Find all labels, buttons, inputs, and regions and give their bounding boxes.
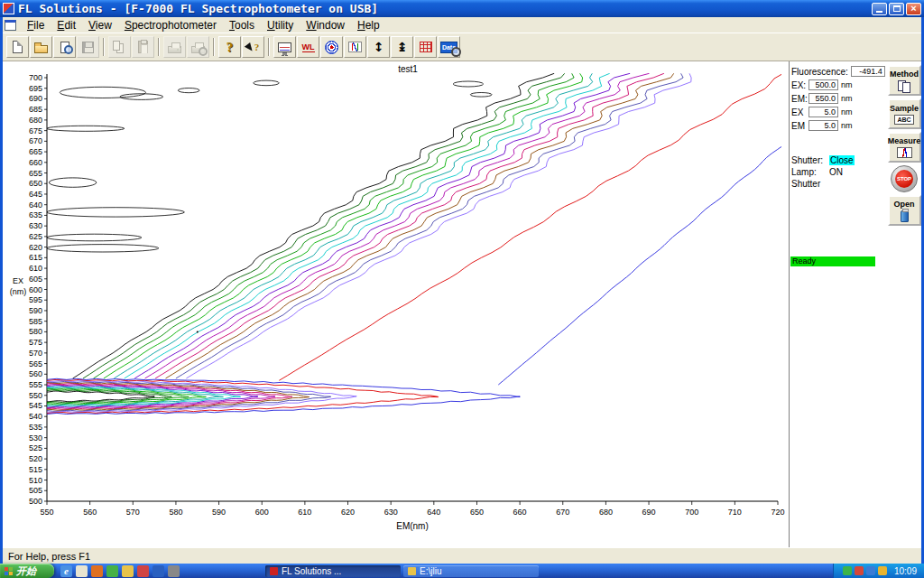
window-title: FL Solutions - [F-7000 FL Spectrophotome…: [18, 2, 872, 15]
menu-help[interactable]: Help: [351, 18, 386, 33]
minimize-icon: [876, 11, 882, 13]
taskbar-task-0[interactable]: FL Solutions ...: [265, 565, 401, 577]
windows-flag-icon: [5, 567, 8, 571]
scale-expand-button[interactable]: ↕: [367, 36, 390, 58]
sample-icon: ABC: [894, 115, 913, 125]
client-area: 5005055105155205255305355405455505555605…: [3, 61, 921, 547]
auto-scale-icon: ↨: [397, 40, 408, 54]
em-wavelength-unit: nm: [841, 94, 853, 103]
internet-explorer-icon[interactable]: e: [60, 565, 72, 577]
monitor-icon: [278, 42, 291, 52]
document-system-icon[interactable]: [5, 20, 16, 31]
ready-status-bar: Ready: [790, 256, 875, 266]
save-button: [77, 36, 99, 58]
media-player-icon[interactable]: [91, 565, 103, 577]
new-file-button[interactable]: [6, 36, 29, 58]
auto-scale-button[interactable]: ↨: [391, 36, 413, 58]
tray-antivirus-icon[interactable]: [843, 566, 852, 575]
lamp-label: Lamp:: [791, 166, 829, 178]
paste-icon: [138, 41, 148, 53]
print-icon: [168, 46, 181, 53]
menu-view[interactable]: View: [82, 18, 118, 33]
minimize-button[interactable]: [872, 3, 887, 15]
svg-text:660: 660: [29, 158, 42, 167]
wavelength-button[interactable]: WL: [297, 36, 319, 58]
svg-text:600: 600: [29, 285, 42, 294]
em-slit-value[interactable]: 5.0: [808, 120, 838, 131]
shutter-toggle-label[interactable]: Shutter: [791, 179, 820, 189]
peak-detect-button[interactable]: [344, 36, 366, 58]
monitor-button[interactable]: [273, 36, 296, 58]
system-tool-icon[interactable]: [168, 565, 180, 577]
folder-shortcut-icon[interactable]: [122, 565, 134, 577]
close-button[interactable]: ×: [906, 3, 921, 15]
svg-text:590: 590: [212, 508, 226, 517]
mail-icon[interactable]: [137, 565, 149, 577]
svg-text:650: 650: [470, 508, 484, 517]
ex-wavelength-value[interactable]: 500.0: [808, 79, 838, 90]
svg-text:700: 700: [685, 508, 698, 517]
open-file-button[interactable]: [30, 36, 52, 58]
svg-text:650: 650: [29, 179, 42, 188]
print-preview-icon: [191, 46, 205, 53]
browser-2-icon[interactable]: [152, 565, 164, 577]
taskbar: 开始 e FL Solutions ...E:\jliu 10:09: [0, 564, 924, 578]
show-desktop-icon[interactable]: [76, 565, 88, 577]
measure-button-label: Measure: [888, 136, 921, 145]
data-processing-button[interactable]: Data: [438, 36, 460, 58]
sample-button[interactable]: SampleABC: [888, 98, 921, 129]
svg-text:680: 680: [29, 116, 42, 125]
tray-network-icon[interactable]: [878, 566, 887, 575]
open-data-file-button[interactable]: [53, 36, 76, 58]
menu-file[interactable]: File: [21, 18, 51, 33]
help-icon: ?: [226, 40, 234, 55]
svg-text:660: 660: [513, 508, 527, 517]
open-data-file-icon: [60, 42, 69, 53]
taskbar-task-label-0: FL Solutions ...: [282, 566, 341, 576]
sample-button-label: Sample: [890, 104, 919, 113]
open-button[interactable]: Open: [888, 195, 921, 226]
tray-volume-icon[interactable]: [866, 566, 875, 575]
ex-wavelength-label: EX:: [791, 80, 808, 90]
messenger-icon[interactable]: [106, 565, 118, 577]
taskbar-task-1[interactable]: E:\jliu: [403, 565, 539, 577]
stop-button-face: STOP: [895, 170, 913, 188]
toolbar-separator: [158, 38, 160, 56]
svg-text:565: 565: [29, 359, 42, 368]
grid-toggle-button[interactable]: [414, 36, 437, 58]
svg-text:570: 570: [126, 508, 140, 517]
taskbar-task-label-1: E:\jliu: [420, 566, 441, 576]
svg-text:670: 670: [29, 136, 42, 145]
svg-text:600: 600: [255, 508, 269, 517]
menu-utility[interactable]: Utility: [261, 18, 300, 33]
zero-adjust-button[interactable]: [320, 36, 343, 58]
menu-tools[interactable]: Tools: [223, 18, 261, 33]
ex-slit-value[interactable]: 5.0: [808, 107, 838, 117]
maximize-icon: [893, 5, 901, 12]
context-help-button[interactable]: ?: [242, 36, 264, 58]
tray-updates-icon[interactable]: [855, 566, 864, 575]
svg-text:520: 520: [29, 454, 42, 463]
svg-text:690: 690: [642, 508, 656, 517]
svg-text:570: 570: [29, 349, 42, 358]
print-button: [163, 36, 186, 58]
em-wavelength-label: EM:: [791, 94, 808, 104]
svg-text:535: 535: [29, 423, 42, 432]
menu-edit[interactable]: Edit: [51, 18, 82, 33]
maximize-button[interactable]: [889, 3, 904, 15]
measure-button[interactable]: Measure: [888, 132, 921, 163]
copy-button: [108, 36, 131, 58]
contour-plot: 5005055105155205255305355405455505555605…: [3, 61, 789, 547]
menu-spectrophotometer[interactable]: Spectrophotometer: [118, 18, 223, 33]
ex-slit-unit: nm: [841, 107, 853, 117]
menu-window[interactable]: Window: [300, 18, 351, 33]
svg-text:595: 595: [29, 295, 42, 304]
svg-text:610: 610: [298, 508, 311, 517]
stop-button[interactable]: STOP: [891, 165, 918, 192]
svg-text:675: 675: [29, 126, 42, 135]
em-wavelength-value[interactable]: 550.0: [808, 93, 838, 104]
help-button[interactable]: ?: [218, 36, 241, 58]
start-button[interactable]: 开始: [0, 564, 54, 578]
method-button[interactable]: Method: [888, 65, 921, 96]
svg-text:680: 680: [599, 508, 613, 517]
